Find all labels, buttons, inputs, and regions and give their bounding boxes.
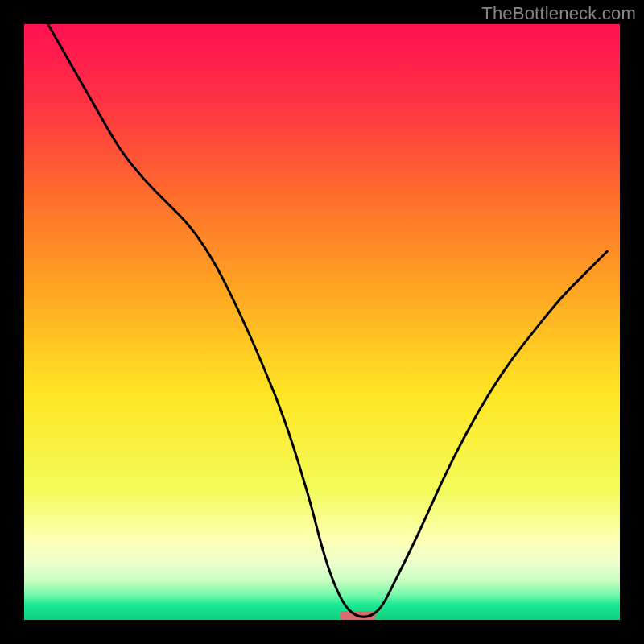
bottleneck-chart: [0, 0, 644, 644]
plot-background: [24, 24, 620, 620]
chart-container: TheBottleneck.com: [0, 0, 644, 644]
watermark-text: TheBottleneck.com: [481, 3, 636, 24]
